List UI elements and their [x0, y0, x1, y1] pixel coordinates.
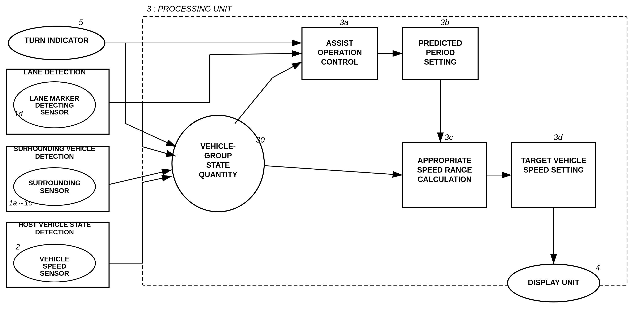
- svg-text:TARGET VEHICLE: TARGET VEHICLE: [521, 156, 586, 165]
- svg-line-73: [235, 78, 272, 124]
- svg-text:1a～1c: 1a～1c: [9, 199, 32, 207]
- svg-text:DETECTION: DETECTION: [35, 228, 74, 236]
- svg-line-72: [264, 166, 403, 175]
- svg-line-60: [126, 124, 176, 147]
- svg-text:SPEED RANGE: SPEED RANGE: [417, 166, 472, 174]
- svg-text:DETECTING: DETECTING: [35, 102, 74, 109]
- svg-line-67: [210, 54, 302, 54]
- svg-text:SENSOR: SENSOR: [40, 187, 69, 194]
- svg-text:3 : PROCESSING UNIT: 3 : PROCESSING UNIT: [147, 4, 232, 13]
- svg-text:OPERATION: OPERATION: [318, 48, 362, 57]
- diagram: 3 : PROCESSING UNIT TURN INDICATOR 5 LAN…: [0, 0, 644, 326]
- svg-text:SPEED SETTING: SPEED SETTING: [524, 166, 584, 174]
- svg-text:STATE: STATE: [206, 161, 230, 170]
- svg-text:SENSOR: SENSOR: [40, 108, 68, 116]
- svg-text:1d: 1d: [14, 110, 23, 118]
- svg-text:VEHICLE-: VEHICLE-: [200, 142, 236, 150]
- svg-text:LANE DETECTION: LANE DETECTION: [23, 68, 86, 76]
- svg-text:SURROUNDING: SURROUNDING: [28, 179, 80, 187]
- svg-text:SURROUNDING VEHICLE: SURROUNDING VEHICLE: [14, 145, 95, 152]
- svg-text:4: 4: [596, 263, 600, 272]
- svg-text:CONTROL: CONTROL: [321, 58, 358, 66]
- svg-text:DETECTION: DETECTION: [35, 152, 74, 160]
- svg-text:HOST VEHICLE STATE: HOST VEHICLE STATE: [18, 221, 91, 228]
- svg-text:3a: 3a: [340, 18, 348, 27]
- svg-text:5: 5: [79, 18, 83, 27]
- svg-text:PERIOD: PERIOD: [426, 48, 455, 57]
- svg-line-68: [109, 170, 172, 184]
- svg-text:VEHICLE: VEHICLE: [40, 255, 70, 263]
- svg-text:SENSOR: SENSOR: [40, 270, 69, 277]
- svg-text:30: 30: [256, 136, 265, 144]
- svg-text:QUANTITY: QUANTITY: [199, 170, 238, 179]
- svg-line-63: [142, 147, 176, 156]
- svg-text:PREDICTED: PREDICTED: [418, 39, 462, 48]
- svg-text:CALCULATION: CALCULATION: [418, 175, 472, 184]
- svg-text:APPROPRIATE: APPROPRIATE: [418, 156, 472, 165]
- svg-text:SETTING: SETTING: [424, 58, 457, 66]
- svg-line-71: [142, 176, 172, 182]
- svg-text:3b: 3b: [440, 18, 449, 27]
- svg-text:2: 2: [16, 242, 20, 251]
- svg-text:3d: 3d: [554, 133, 563, 142]
- svg-text:3c: 3c: [444, 133, 453, 142]
- svg-text:SPEED: SPEED: [43, 262, 66, 270]
- svg-text:LANE MARKER: LANE MARKER: [30, 94, 79, 102]
- svg-text:GROUP: GROUP: [204, 151, 232, 160]
- svg-text:ASSIST: ASSIST: [326, 39, 353, 48]
- svg-text:DISPLAY UNIT: DISPLAY UNIT: [528, 278, 580, 287]
- svg-line-74: [272, 62, 302, 78]
- svg-rect-48: [512, 142, 596, 208]
- svg-text:TURN INDICATOR: TURN INDICATOR: [24, 36, 89, 45]
